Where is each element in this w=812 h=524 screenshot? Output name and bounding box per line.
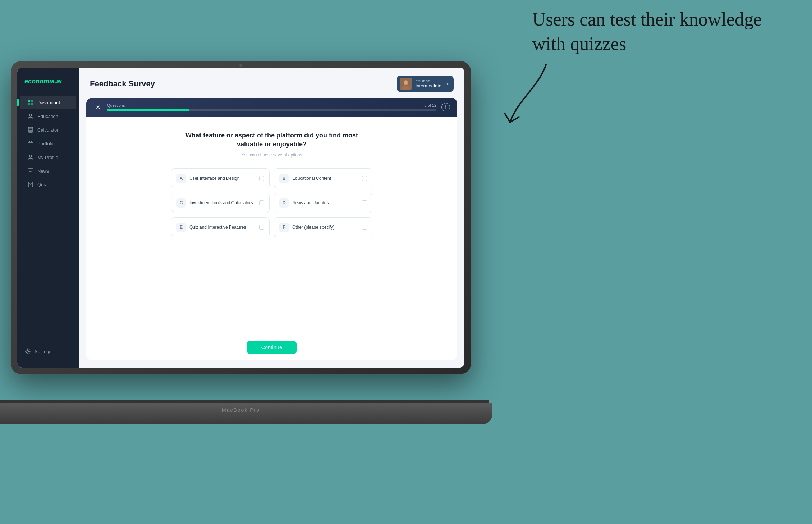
option-text-a: User Interface and Design [189, 176, 256, 182]
svg-point-9 [31, 130, 32, 131]
laptop-base [0, 403, 492, 424]
survey-card: ✕ Questions 3 of 12 ℹ [86, 98, 457, 360]
sidebar-item-settings[interactable]: Settings [24, 348, 72, 355]
svg-rect-6 [29, 128, 32, 129]
sidebar-item-calculator[interactable]: Calculator [20, 123, 76, 136]
sidebar-item-education[interactable]: Education [20, 110, 76, 123]
svg-point-12 [31, 131, 32, 132]
svg-point-7 [29, 130, 30, 131]
svg-rect-2 [28, 103, 30, 105]
option-text-b: Educational Content [292, 176, 358, 182]
close-button[interactable]: ✕ [93, 103, 102, 111]
sidebar-item-label: My Profile [37, 155, 58, 160]
progress-count: 3 of 12 [424, 103, 436, 108]
options-grid: A User Interface and Design B Educationa… [171, 168, 372, 237]
sidebar-item-label: Education [37, 114, 58, 119]
sidebar-item-label: Quiz [37, 182, 47, 187]
option-d[interactable]: D News and Updates [274, 193, 372, 213]
option-letter-a: A [176, 174, 186, 183]
education-icon [27, 113, 34, 119]
sidebar-bottom: Settings [17, 342, 79, 360]
course-name: Intermediate [416, 83, 441, 88]
screen-bezel: economia.ai Dashboard [11, 61, 471, 374]
course-avatar [400, 78, 412, 90]
settings-label: Settings [35, 349, 51, 354]
sidebar-item-portfolio[interactable]: Portfolio [20, 137, 76, 150]
laptop-device: economia.ai Dashboard [11, 61, 507, 439]
svg-rect-15 [28, 169, 33, 173]
sidebar-item-label: Calculator [37, 127, 59, 133]
news-icon [27, 168, 34, 174]
svg-point-22 [404, 81, 407, 84]
progress-label: Questions [107, 103, 125, 108]
camera-dot [239, 64, 242, 67]
option-letter-d: D [279, 198, 289, 208]
option-text-d: News and Updates [292, 200, 358, 206]
option-checkbox-f[interactable] [362, 225, 367, 230]
question-text: What feature or aspect of the platform d… [182, 131, 362, 149]
svg-point-18 [27, 351, 29, 352]
sidebar-item-label: Portfolio [37, 141, 55, 146]
svg-point-8 [30, 130, 31, 131]
option-letter-e: E [176, 223, 186, 232]
chevron-down-icon: ▾ [446, 81, 449, 86]
page-title: Feedback Survey [90, 79, 155, 88]
annotation-text: Users can test their knowledge with quiz… [532, 7, 762, 56]
option-text-f: Other (please specify) [292, 225, 358, 231]
course-selector[interactable]: Course Intermediate ▾ [397, 76, 454, 92]
option-checkbox-e[interactable] [259, 225, 264, 230]
logo: economia.ai [17, 78, 79, 96]
progress-label-row: Questions 3 of 12 [107, 103, 436, 108]
option-letter-c: C [176, 198, 186, 208]
info-button[interactable]: ℹ [441, 103, 450, 111]
sidebar-item-quiz[interactable]: Quiz [20, 178, 76, 191]
course-label: Course [416, 79, 441, 83]
option-checkbox-c[interactable] [259, 200, 264, 205]
progress-section: ✕ Questions 3 of 12 ℹ [86, 98, 457, 117]
course-info: Course Intermediate [416, 79, 441, 88]
option-text-c: Investment Tools and Calculators [189, 200, 256, 206]
sidebar-item-news[interactable]: News [20, 164, 76, 177]
sidebar-item-label: News [37, 168, 49, 174]
svg-point-11 [30, 131, 31, 132]
sidebar-item-label: Dashboard [37, 100, 60, 105]
progress-track [107, 109, 436, 111]
sidebar-item-my-profile[interactable]: My Profile [20, 151, 76, 164]
svg-rect-1 [31, 100, 33, 102]
option-letter-b: B [279, 174, 289, 183]
progress-container: Questions 3 of 12 [107, 103, 436, 111]
svg-point-4 [29, 114, 32, 116]
top-header: Feedback Survey Course [79, 68, 464, 98]
option-checkbox-a[interactable] [259, 176, 264, 181]
svg-point-17 [30, 186, 31, 186]
laptop-screen: economia.ai Dashboard [17, 68, 464, 368]
continue-button[interactable]: Continue [247, 341, 297, 354]
svg-rect-3 [31, 103, 33, 105]
option-text-e: Quiz and Interactive Features [189, 225, 256, 231]
option-e[interactable]: E Quiz and Interactive Features [171, 217, 270, 237]
sidebar-item-dashboard[interactable]: Dashboard [20, 96, 76, 109]
option-a[interactable]: A User Interface and Design [171, 168, 270, 188]
option-b[interactable]: B Educational Content [274, 168, 372, 188]
question-subtitle: You can choose several options [241, 152, 302, 158]
svg-rect-0 [28, 100, 30, 102]
progress-fill [107, 109, 189, 111]
svg-point-14 [29, 155, 32, 157]
option-c[interactable]: C Investment Tools and Calculators [171, 193, 270, 213]
sidebar: economia.ai Dashboard [17, 68, 79, 368]
option-checkbox-b[interactable] [362, 176, 367, 181]
nav-menu: Dashboard Education [17, 96, 79, 342]
option-letter-f: F [279, 223, 289, 232]
question-area: What feature or aspect of the platform d… [86, 117, 457, 334]
svg-rect-13 [28, 142, 33, 146]
option-f[interactable]: F Other (please specify) [274, 217, 372, 237]
portfolio-icon [27, 140, 34, 147]
option-checkbox-d[interactable] [362, 200, 367, 205]
calculator-icon [27, 127, 34, 133]
svg-point-10 [29, 131, 30, 132]
profile-icon [27, 154, 34, 160]
quiz-icon [27, 181, 34, 188]
survey-footer: Continue [86, 334, 457, 360]
main-content: Feedback Survey Course [79, 68, 464, 368]
settings-icon [24, 348, 31, 355]
